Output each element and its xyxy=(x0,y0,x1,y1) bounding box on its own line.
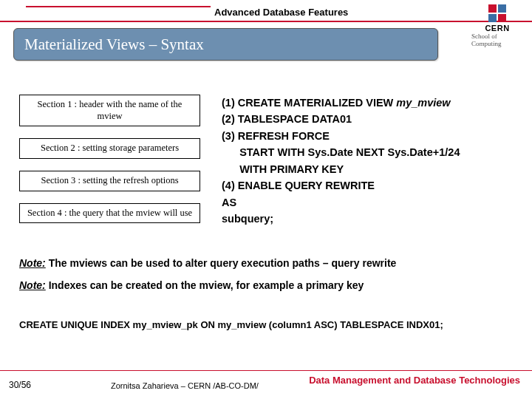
sql-code-block: (1) CREATE MATERIALIZED VIEW my_mview (2… xyxy=(222,95,517,228)
create-index-statement: CREATE UNIQUE INDEX my_mview_pk ON my_mv… xyxy=(19,319,522,330)
svg-rect-3 xyxy=(498,14,506,22)
code-line-7: AS xyxy=(222,194,517,211)
code-line-6: (4) ENABLE QUERY REWRITE xyxy=(222,177,517,194)
svg-rect-2 xyxy=(488,14,497,22)
code-line-8: subquery; xyxy=(222,211,517,227)
section-box-1: Section 1 : header with the name of the … xyxy=(19,95,200,126)
header-accent-line xyxy=(26,6,211,7)
svg-rect-1 xyxy=(498,4,506,13)
cern-logo: CERN School of Computing xyxy=(471,3,523,47)
section-box-4: Section 4 : the query that the mview wil… xyxy=(19,203,200,224)
logo-sub-text: School of Computing xyxy=(471,33,523,47)
code-line-4: START WITH Sys.Date NEXT Sys.Date+1/24 xyxy=(222,144,517,160)
note-text-2: Indexes can be created on the mview, for… xyxy=(46,279,364,291)
note-2: Note: Indexes can be created on the mvie… xyxy=(19,279,514,291)
code-line-1b: my_mview xyxy=(396,97,450,109)
note-label-1: Note: xyxy=(19,257,46,269)
slide-number: 30/56 xyxy=(9,380,31,390)
footer-topic: Data Management and Database Technologie… xyxy=(309,375,520,386)
code-line-3: (3) REFRESH FORCE xyxy=(222,128,517,144)
footer-divider xyxy=(0,370,532,371)
code-line-1a: (1) CREATE MATERIALIZED VIEW xyxy=(222,97,396,109)
slide-title: Materialized Views – Syntax xyxy=(24,35,204,54)
note-1: Note: The mviews can be used to alter qu… xyxy=(19,257,514,269)
note-text-1: The mviews can be used to alter query ex… xyxy=(46,257,397,269)
section-list: Section 1 : header with the name of the … xyxy=(19,95,200,235)
header-topic: Advanced Database Features xyxy=(214,7,348,18)
code-line-2: (2) TABLESPACE DATA01 xyxy=(222,111,517,127)
svg-rect-0 xyxy=(488,4,497,13)
section-box-2: Section 2 : setting storage parameters xyxy=(19,138,200,159)
note-label-2: Note: xyxy=(19,279,46,291)
code-line-5: WITH PRIMARY KEY xyxy=(222,161,517,177)
footer-author: Zornitsa Zaharieva – CERN /AB-CO-DM/ xyxy=(111,381,259,390)
logo-icon xyxy=(486,3,508,24)
slide-title-box: Materialized Views – Syntax xyxy=(13,28,438,61)
notes-block: Note: The mviews can be used to alter qu… xyxy=(19,257,514,301)
section-box-3: Section 3 : setting the refresh options xyxy=(19,171,200,191)
logo-brand-text: CERN xyxy=(485,24,509,33)
code-line-1: (1) CREATE MATERIALIZED VIEW my_mview xyxy=(222,95,517,111)
